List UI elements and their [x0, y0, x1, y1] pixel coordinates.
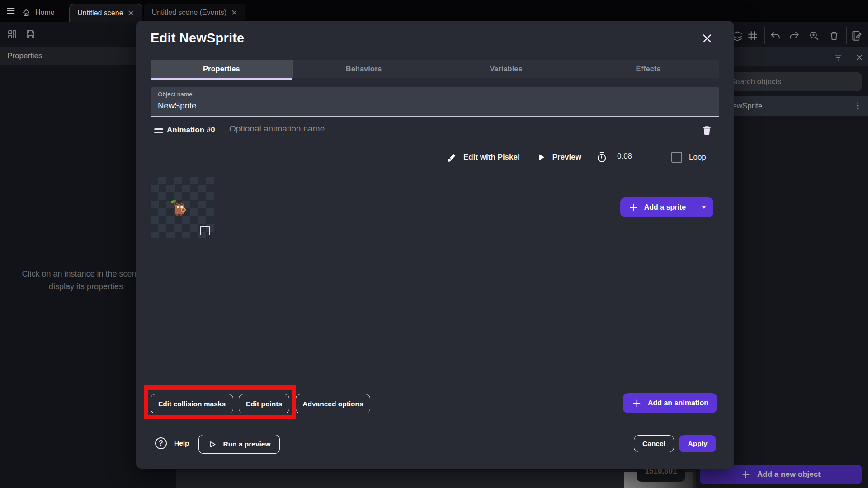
play-icon	[536, 152, 546, 162]
help-icon: ?	[155, 437, 167, 449]
tab-properties[interactable]: Properties	[151, 60, 292, 78]
active-tab-underline	[151, 78, 292, 80]
dialog-title: Edit NewSprite	[151, 31, 244, 46]
plus-icon	[628, 202, 639, 213]
close-tab-icon[interactable]: ✕	[231, 9, 237, 17]
sprite-thumbnail[interactable]	[151, 177, 214, 238]
tab-behaviors[interactable]: Behaviors	[292, 60, 435, 78]
top-tab-bar: Home Untitled scene ✕ Untitled scene (Ev…	[0, 0, 868, 22]
add-sprite-dropdown[interactable]	[694, 197, 713, 217]
drag-handle-icon[interactable]	[154, 128, 163, 135]
sprite-select-checkbox[interactable]	[200, 226, 210, 235]
timer-icon	[596, 151, 608, 163]
cancel-button[interactable]: Cancel	[634, 435, 674, 452]
time-between-frames-group: 0.08	[596, 151, 659, 164]
add-animation-button[interactable]: Add an animation	[623, 393, 717, 413]
preview-button[interactable]: Preview	[536, 152, 581, 162]
animation-controls-row: Edit with Piskel Preview 0.08 Loop	[446, 150, 706, 164]
advanced-options-button[interactable]: Advanced options	[296, 394, 370, 413]
run-preview-button[interactable]: Run a preview	[198, 435, 280, 454]
loop-toggle-group: Loop	[671, 152, 706, 163]
dialog-tab-bar: Properties Behaviors Variables Effects	[151, 60, 719, 78]
tab-variables[interactable]: Variables	[435, 60, 577, 78]
dialog-close-icon[interactable]	[700, 32, 714, 45]
animation-label: Animation #0	[167, 126, 215, 135]
edit-with-piskel-button[interactable]: Edit with Piskel	[446, 152, 520, 163]
chevron-down-icon	[700, 203, 708, 211]
object-name-label: Object name	[158, 91, 193, 98]
time-between-frames-input[interactable]: 0.08	[614, 151, 659, 164]
close-tab-icon[interactable]: ✕	[128, 9, 134, 17]
tab-untitled-scene-events[interactable]: Untitled scene (Events) ✕	[144, 4, 245, 22]
tab-effects[interactable]: Effects	[577, 60, 719, 78]
home-icon	[22, 8, 31, 17]
delete-animation-icon[interactable]	[701, 124, 713, 136]
hamburger-menu-icon[interactable]	[6, 6, 16, 16]
annotation-highlight-rectangle	[144, 385, 296, 419]
brush-icon	[446, 152, 458, 163]
pig-sprite-image	[167, 199, 190, 219]
gdevelop-app: Properties Click on an instance in the s…	[0, 0, 868, 488]
loop-checkbox[interactable]	[671, 152, 682, 163]
tab-home[interactable]: Home	[22, 4, 55, 22]
animation-name-input[interactable]: Optional animation name	[229, 124, 691, 138]
tab-untitled-scene[interactable]: Untitled scene ✕	[69, 4, 142, 22]
play-outline-icon	[208, 440, 217, 449]
help-button[interactable]: ? Help	[155, 437, 189, 449]
object-name-value: NewSprite	[158, 101, 196, 111]
object-name-field[interactable]: Object name NewSprite	[151, 87, 719, 117]
plus-icon	[632, 398, 642, 408]
add-sprite-button[interactable]: Add a sprite	[620, 197, 713, 217]
apply-button[interactable]: Apply	[679, 435, 716, 452]
